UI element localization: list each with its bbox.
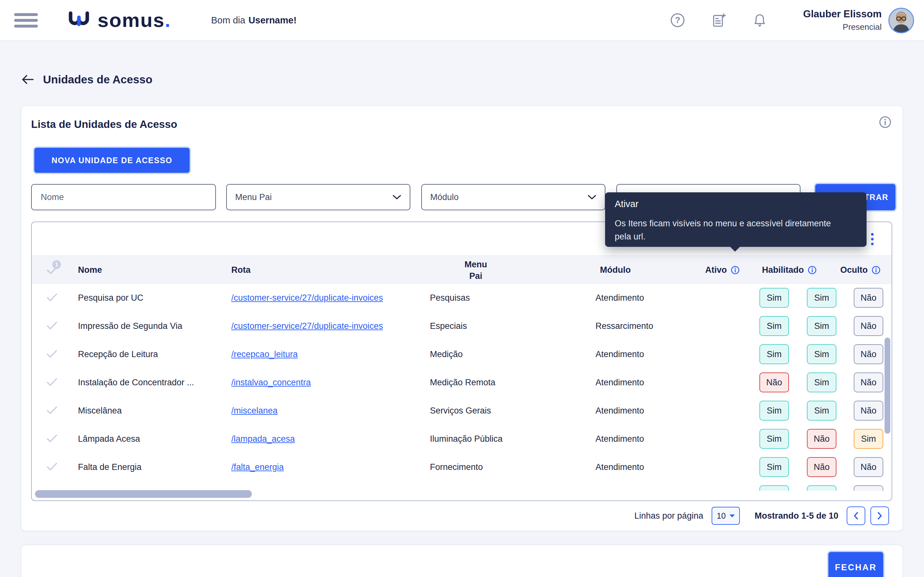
habilitado-badge: Sim	[807, 372, 837, 392]
new-access-unit-button[interactable]: NOVA UNIDADE DE ACESSO	[34, 148, 190, 173]
tooltip-arrow	[730, 247, 740, 251]
habilitado-badge: Sim	[807, 401, 837, 421]
table-row: Falta de Energia /falta_energia Fornecim…	[32, 453, 892, 482]
somus-logo-text: somus.	[97, 10, 171, 30]
greeting: Bom dia Username!	[211, 0, 296, 40]
table-row: Recepção de Leitura /recepcao_leitura Me…	[32, 340, 892, 369]
cell-nome: Lâmpada Acesa	[78, 425, 140, 453]
ativo-info-icon[interactable]	[731, 266, 740, 274]
back-arrow-icon[interactable]	[21, 74, 34, 85]
caret-down-icon	[730, 514, 735, 517]
ativo-badge	[759, 485, 789, 491]
chevron-down-icon	[588, 194, 596, 200]
nome-input[interactable]	[40, 184, 207, 210]
row-check-icon[interactable]	[46, 434, 58, 445]
row-check-icon[interactable]	[46, 321, 58, 332]
cell-menu-pai: Medição Remota	[430, 368, 495, 396]
cell-menu-pai: Serviços Gerais	[430, 396, 491, 425]
column-header-modulo: Módulo	[600, 256, 631, 284]
menu-pai-select-value: Menu Pai	[235, 192, 272, 202]
cell-rota-link[interactable]: /miscelanea	[231, 406, 278, 416]
table-row-partial	[32, 481, 892, 491]
chevron-right-icon	[876, 512, 883, 520]
vertical-scrollbar[interactable]	[885, 338, 890, 434]
oculto-badge: Não	[854, 288, 883, 308]
cell-nome: Falta de Energia	[78, 453, 142, 481]
pagination: Linhas por página 10 Mostrando 1-5 de 10	[634, 506, 889, 526]
row-check-icon[interactable]	[46, 406, 58, 416]
table-header-row: 1 Nome Rota Menu Pai Módulo Ativo	[32, 255, 892, 284]
ativo-badge: Sim	[759, 401, 789, 421]
showing-range-label: Mostrando 1-5 de 10	[754, 511, 838, 521]
cell-rota-link[interactable]: /lampada_acesa	[231, 434, 295, 444]
ativo-badge: Sim	[759, 344, 789, 364]
oculto-badge: Sim	[854, 429, 883, 449]
ativo-badge: Sim	[759, 457, 789, 477]
oculto-badge: Não	[854, 316, 883, 336]
rows-per-page-label: Linhas por página	[634, 511, 703, 521]
habilitado-info-icon[interactable]	[808, 266, 817, 274]
tooltip-title: Ativar	[615, 199, 857, 210]
hamburger-menu-icon[interactable]	[14, 13, 38, 27]
column-header-habilitado: Habilitado	[762, 256, 817, 284]
top-icons: ?	[670, 0, 767, 40]
row-check-icon[interactable]	[46, 377, 58, 388]
bottom-bar: FECHAR	[21, 545, 903, 577]
cell-menu-pai: Pesquisas	[430, 284, 470, 312]
top-bar: somus. Bom dia Username! ?	[0, 0, 924, 41]
help-icon[interactable]: ?	[670, 13, 685, 28]
oculto-badge: Não	[854, 401, 883, 421]
somus-logo-mark	[68, 11, 92, 29]
modulo-select[interactable]: Módulo	[421, 184, 606, 210]
habilitado-badge	[807, 485, 837, 491]
table-row: Impressão de Segunda Via /customer-servi…	[32, 312, 892, 340]
habilitado-badge: Sim	[807, 288, 837, 308]
svg-text:?: ?	[675, 15, 680, 25]
note-add-icon[interactable]	[711, 13, 726, 28]
kebab-menu-icon[interactable]	[865, 231, 880, 247]
access-units-table: 1 Nome Rota Menu Pai Módulo Ativo	[31, 221, 892, 501]
cell-nome: Impressão de Segunda Via	[78, 312, 182, 340]
somus-logo: somus.	[68, 0, 171, 40]
column-header-menu-pai: Menu Pai	[460, 256, 492, 284]
column-header-rota: Rota	[231, 256, 250, 284]
chevron-left-icon	[853, 512, 859, 520]
menu-pai-select[interactable]: Menu Pai	[226, 184, 410, 210]
selected-count-badge: 1	[52, 260, 61, 269]
column-header-oculto: Oculto	[840, 256, 880, 284]
user-status: Presencial	[843, 22, 882, 32]
fechar-button[interactable]: FECHAR	[829, 552, 883, 577]
cell-rota-link[interactable]: /customer-service/27/duplicate-invoices	[231, 293, 383, 303]
ativo-tooltip: Ativar Os Itens ficam visíveis no menu e…	[605, 192, 867, 247]
greeting-prefix: Bom dia	[211, 15, 245, 26]
cell-modulo: Atendimento	[596, 368, 644, 396]
cell-nome: Instalação de Concentrador ...	[78, 368, 194, 396]
next-page-button[interactable]	[871, 506, 889, 525]
ativo-badge: Sim	[759, 316, 789, 336]
avatar[interactable]	[888, 8, 914, 33]
cell-rota-link[interactable]: /recepcao_leitura	[231, 350, 298, 359]
habilitado-badge: Não	[807, 429, 837, 449]
card-info-icon[interactable]	[879, 116, 892, 130]
ativo-badge: Sim	[759, 288, 789, 308]
horizontal-scrollbar[interactable]	[35, 490, 252, 498]
row-check-icon[interactable]	[46, 349, 58, 360]
user-name: Glauber Elissom	[803, 8, 882, 20]
cell-rota-link[interactable]: /customer-service/27/duplicate-invoices	[231, 321, 383, 331]
previous-page-button[interactable]	[846, 506, 865, 525]
column-header-ativo: Ativo	[705, 256, 740, 284]
table-row: Lâmpada Acesa /lampada_acesa Iluminação …	[32, 425, 892, 453]
cell-modulo: Atendimento	[596, 340, 644, 368]
bell-icon[interactable]	[752, 13, 767, 28]
cell-modulo: Atendimento	[596, 284, 644, 312]
cell-nome: Pesquisa por UC	[78, 284, 144, 312]
rows-per-page-select[interactable]: 10	[712, 507, 740, 525]
modulo-select-value: Módulo	[430, 192, 459, 202]
select-all-checkmark-icon[interactable]: 1	[46, 256, 59, 284]
oculto-info-icon[interactable]	[872, 266, 880, 274]
row-check-icon[interactable]	[46, 293, 58, 303]
cell-rota-link[interactable]: /falta_energia	[231, 462, 284, 472]
cell-rota-link[interactable]: /instalvao_concentra	[231, 378, 311, 388]
row-check-icon[interactable]	[46, 462, 58, 473]
table-row: Instalação de Concentrador ... /instalva…	[32, 368, 892, 397]
